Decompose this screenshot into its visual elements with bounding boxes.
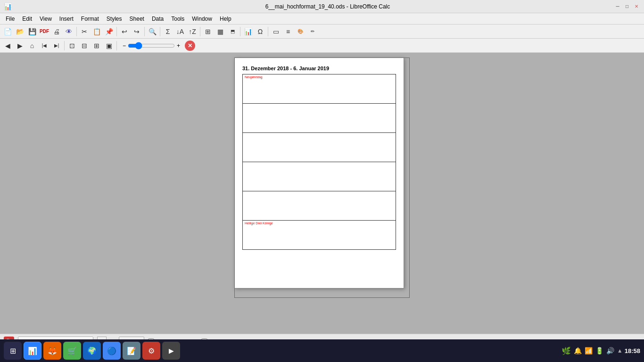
menu-styles[interactable]: Styles xyxy=(103,15,126,23)
system-tray: 🌿 🔔 📶 🔋 🔊 ▲ xyxy=(561,346,623,355)
prev-page-button[interactable]: ◀ xyxy=(2,40,13,51)
menu-sheet[interactable]: Sheet xyxy=(126,15,148,23)
menu-tools[interactable]: Tools xyxy=(167,15,188,23)
window-controls: ─ □ ✕ xyxy=(614,3,640,10)
nav-sep-1 xyxy=(64,41,65,50)
app-icon: 📊 xyxy=(4,3,12,10)
calendar-row-2 xyxy=(243,133,396,162)
show-hide-btn[interactable]: ▭ xyxy=(270,26,281,37)
copy-button[interactable]: 📋 xyxy=(91,26,102,37)
taskbar-apps-button[interactable]: ⊞ xyxy=(4,342,22,360)
time-display: 18:58 xyxy=(625,347,640,354)
insert-rows-button[interactable]: ▦ xyxy=(215,26,226,37)
tray-arrow-up[interactable]: ▲ xyxy=(617,347,623,354)
more-icon: ▶ xyxy=(169,347,174,354)
tray-volume-icon[interactable]: 🔊 xyxy=(606,347,614,354)
next-page-button[interactable]: ▶ xyxy=(14,40,25,51)
firefox-icon: 🦊 xyxy=(48,346,57,355)
view-borders-button[interactable]: ▣ xyxy=(103,40,115,51)
new-button[interactable]: 📄 xyxy=(2,26,13,37)
tray-battery-icon[interactable]: 🔋 xyxy=(595,347,603,354)
insert-chart-button[interactable]: 📊 xyxy=(242,26,254,37)
open-button[interactable]: 📂 xyxy=(14,26,25,37)
separator-1 xyxy=(76,27,77,36)
main-toolbar: 📄 📂 💾 PDF 🖨 👁 ✂ 📋 📌 ↩ ↪ 🔍 Σ ↓A ↑Z ⊞ ▦ ⬒ … xyxy=(0,25,644,39)
taskbar-libreoffice[interactable]: 📊 xyxy=(24,342,41,360)
calendar-row-3 xyxy=(243,162,396,191)
holiday-label-5: Heilige Drei Könige xyxy=(245,222,394,225)
menu-file[interactable]: File xyxy=(2,15,18,23)
sort-desc-button[interactable]: ↑Z xyxy=(187,26,198,37)
close-preview-button[interactable]: ✕ xyxy=(185,41,195,51)
print-button[interactable]: 🖨 xyxy=(51,26,62,37)
sort-asc-button[interactable]: ↓A xyxy=(174,26,186,37)
holiday-label-0: Neujahrstag xyxy=(245,75,394,79)
freeze-rows-btn[interactable]: ≡ xyxy=(282,26,294,37)
fit-page-button[interactable]: ⊡ xyxy=(66,40,78,51)
menu-edit[interactable]: Edit xyxy=(18,15,36,23)
page-date-title: 31. Dezember 2018 - 6. Januar 2019 xyxy=(242,66,396,71)
menu-view[interactable]: View xyxy=(36,15,56,23)
taskbar-more[interactable]: ▶ xyxy=(162,342,180,360)
merge-cells-button[interactable]: ⬒ xyxy=(227,26,238,37)
calendar-grid: Neujahrstag Heilige Drei Könige xyxy=(242,74,396,250)
tray-mint-icon[interactable]: 🌿 xyxy=(561,346,571,355)
taskbar-mint-installer[interactable]: 🛒 xyxy=(63,342,81,360)
full-screen-button[interactable]: ⊞ xyxy=(91,40,102,51)
page-preview: 31. Dezember 2018 - 6. Januar 2019 Neuja… xyxy=(234,58,404,288)
zoom-slider[interactable] xyxy=(128,42,175,49)
taskbar-google-earth[interactable]: 🌍 xyxy=(83,342,101,360)
taskbar-firefox[interactable]: 🦊 xyxy=(43,342,61,360)
menu-bar: File Edit View Insert Format Styles Shee… xyxy=(0,13,644,25)
maximize-button[interactable]: □ xyxy=(623,3,631,10)
taskbar-text-editor[interactable]: 📝 xyxy=(123,342,140,360)
time-date-display[interactable]: 18:58 xyxy=(625,347,640,354)
fit-width-button[interactable]: ⊟ xyxy=(79,40,90,51)
google-earth-icon: 🌍 xyxy=(87,346,97,355)
taskbar-terminal[interactable]: ⚙ xyxy=(142,342,160,360)
nav-sep-2 xyxy=(116,41,117,50)
window-title: 6__mai_hochformat_19_40.ods - LibreOffic… xyxy=(41,3,614,10)
find-button[interactable]: 🔍 xyxy=(147,26,158,37)
insert-table-button[interactable]: ⊞ xyxy=(202,26,214,37)
separator-6 xyxy=(240,27,240,36)
sum-button[interactable]: Σ xyxy=(162,26,173,37)
redo-button[interactable]: ↪ xyxy=(131,26,142,37)
insert-special-char-button[interactable]: Ω xyxy=(255,26,266,37)
separator-2 xyxy=(116,27,117,36)
menu-window[interactable]: Window xyxy=(188,15,216,23)
taskbar-chromium[interactable]: 🔵 xyxy=(103,342,121,360)
zoom-plus-icon: + xyxy=(177,42,180,49)
page-outer: 31. Dezember 2018 - 6. Januar 2019 Neuja… xyxy=(234,58,410,298)
mint-installer-icon: 🛒 xyxy=(67,346,77,355)
minimize-button[interactable]: ─ xyxy=(614,3,621,10)
undo-button[interactable]: ↩ xyxy=(119,26,130,37)
menu-help[interactable]: Help xyxy=(216,15,235,23)
menu-insert[interactable]: Insert xyxy=(56,15,77,23)
chromium-icon: 🔵 xyxy=(107,346,116,355)
save-button[interactable]: 💾 xyxy=(26,26,38,37)
export-pdf-button[interactable]: PDF xyxy=(39,26,50,37)
calendar-row-4 xyxy=(243,191,396,221)
terminal-icon: ⚙ xyxy=(148,346,155,355)
close-button[interactable]: ✕ xyxy=(633,3,640,10)
menu-format[interactable]: Format xyxy=(77,15,103,23)
text-editor-icon: 📝 xyxy=(127,346,136,355)
home-button[interactable]: ⌂ xyxy=(26,40,38,51)
paste-button[interactable]: 📌 xyxy=(103,26,115,37)
zoom-area: − + xyxy=(123,42,180,49)
first-page-button[interactable]: |◀ xyxy=(39,40,50,51)
separator-7 xyxy=(268,27,268,36)
styles-btn[interactable]: 🎨 xyxy=(295,26,306,37)
print-preview-button[interactable]: 👁 xyxy=(63,26,74,37)
last-page-button[interactable]: ▶| xyxy=(51,40,62,51)
tray-network-icon[interactable]: 📶 xyxy=(585,347,593,354)
title-bar: 📊 6__mai_hochformat_19_40.ods - LibreOff… xyxy=(0,0,644,13)
menu-data[interactable]: Data xyxy=(148,15,167,23)
tray-notification-icon[interactable]: 🔔 xyxy=(574,347,582,354)
taskbar: ⊞ 📊 🦊 🛒 🌍 🔵 📝 ⚙ ▶ 🌿 🔔 📶 🔋 🔊 ▲ 18:58 xyxy=(0,339,644,362)
cut-button[interactable]: ✂ xyxy=(79,26,90,37)
separator-5 xyxy=(200,27,200,36)
edit-mode-btn[interactable]: ✏ xyxy=(307,26,318,37)
separator-4 xyxy=(160,27,160,36)
